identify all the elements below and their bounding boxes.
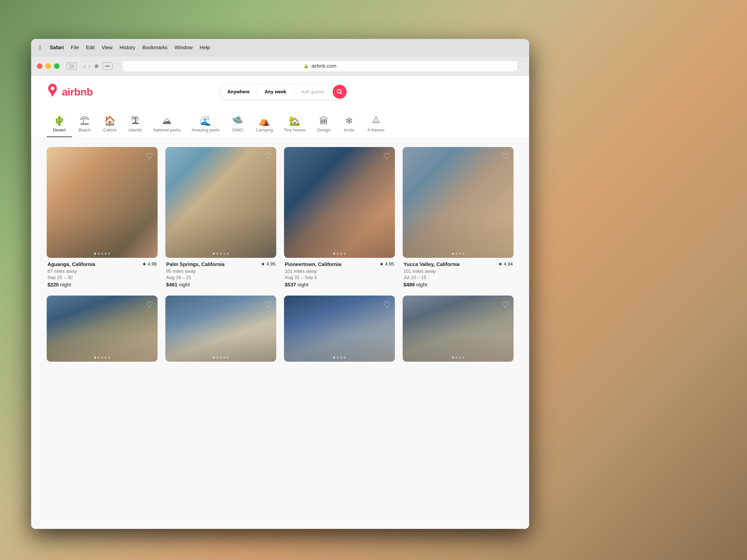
- dot: [213, 253, 215, 255]
- menubar-safari[interactable]: Safari: [50, 45, 64, 51]
- anywhere-segment[interactable]: Anywhere: [220, 84, 257, 99]
- listing-card-3[interactable]: ♡ Pioneertown, California ★: [284, 147, 395, 288]
- wishlist-button-6[interactable]: ♡: [264, 300, 272, 310]
- image-dots-4: [452, 253, 464, 255]
- dot: [227, 253, 229, 255]
- category-tiny-homes[interactable]: 🏡 Tiny homes: [278, 112, 311, 137]
- menubar-history[interactable]: History: [120, 45, 135, 51]
- listing-image-2: ♡: [165, 147, 276, 258]
- listing-title-row-4: Yucca Valley, California ★ 4.94: [404, 261, 513, 267]
- star-icon-3: ★: [380, 261, 384, 267]
- add-guests-label: Add guests: [301, 89, 325, 95]
- more-options-button[interactable]: •••: [103, 62, 113, 70]
- category-cabins[interactable]: 🏠 Cabins: [97, 112, 123, 137]
- dot: [337, 356, 339, 358]
- listing-card-5[interactable]: ♡: [47, 296, 158, 365]
- listings-grid: ♡ Aguanga, California: [47, 147, 514, 365]
- price-amount-2: $461: [166, 282, 177, 288]
- add-guests-segment[interactable]: Add guests: [294, 84, 332, 99]
- back-button[interactable]: ‹: [84, 63, 85, 70]
- category-beach[interactable]: ⛱ Beach: [72, 112, 97, 137]
- forward-button[interactable]: ›: [88, 63, 90, 70]
- menubar-file[interactable]: File: [71, 45, 79, 51]
- svg-line-5: [340, 92, 342, 94]
- listing-location-4: Yucca Valley, California: [404, 261, 460, 267]
- address-bar[interactable]: 🔒 airbnb.com: [122, 60, 517, 72]
- dot: [340, 356, 342, 358]
- minimize-button[interactable]: [46, 63, 51, 69]
- listing-card-1[interactable]: ♡ Aguanga, California: [47, 147, 158, 288]
- listing-image-1: ♡: [47, 147, 158, 258]
- omg-icon: 🛸: [232, 116, 243, 126]
- category-omg-label: OMG!: [232, 128, 243, 133]
- listing-card-4[interactable]: ♡ Yucca Valley, California ★: [403, 147, 514, 288]
- url-text: airbnb.com: [311, 63, 337, 69]
- listing-image-4: ♡: [403, 147, 514, 258]
- category-camping[interactable]: ⛺ Camping: [250, 112, 278, 137]
- listing-card-7[interactable]: ♡: [284, 296, 395, 365]
- national-parks-icon: ⛰: [162, 116, 172, 126]
- menubar-edit[interactable]: Edit: [86, 45, 95, 51]
- category-camping-label: Camping: [256, 128, 273, 133]
- category-amazing-pools-label: Amazing pools: [191, 128, 220, 133]
- category-amazing-pools[interactable]: 🌊 Amazing pools: [186, 112, 225, 137]
- maximize-button[interactable]: [54, 63, 59, 69]
- search-bar[interactable]: Anywhere Any week Add guests: [220, 84, 348, 100]
- wishlist-button-3[interactable]: ♡: [383, 151, 391, 161]
- star-icon-2: ★: [261, 261, 265, 267]
- dot: [101, 356, 103, 358]
- dot: [337, 253, 339, 255]
- dot: [213, 356, 215, 358]
- sidebar-toggle-button[interactable]: [67, 62, 77, 70]
- listing-card-8[interactable]: ♡: [403, 296, 514, 365]
- category-beach-label: Beach: [79, 128, 91, 133]
- arctic-icon: ❄: [345, 116, 353, 126]
- dot: [227, 356, 229, 358]
- menubar-help[interactable]: Help: [200, 45, 210, 51]
- search-button[interactable]: [333, 85, 347, 99]
- airbnb-logo[interactable]: airbnb: [47, 84, 93, 100]
- category-desert[interactable]: 🌵 Desert: [47, 112, 72, 137]
- beach-icon: ⛱: [80, 116, 89, 126]
- dot: [105, 356, 107, 358]
- wishlist-button-1[interactable]: ♡: [146, 151, 153, 161]
- listing-location-2: Palm Springs, California: [166, 261, 225, 267]
- dot: [344, 356, 346, 358]
- category-omg[interactable]: 🛸 OMG!: [225, 112, 250, 137]
- islands-icon: 🏝: [131, 116, 140, 126]
- dot: [462, 253, 464, 255]
- category-islands[interactable]: 🏝 Islands: [123, 112, 148, 137]
- menubar-window[interactable]: Window: [175, 45, 192, 51]
- listing-dates-2: Aug 16 – 21: [166, 275, 276, 280]
- safari-toolbar: ‹ › ⊕ ••• 🔒 airbnb.com: [31, 56, 529, 76]
- listing-rating-4: ★ 4.94: [498, 261, 513, 267]
- category-design[interactable]: 🏛 Design: [311, 112, 337, 137]
- category-nav: 🌵 Desert ⛱ Beach 🏠 Cabins 🏝 Islands ⛰: [47, 108, 514, 137]
- menubar-view[interactable]: View: [102, 45, 113, 51]
- category-arctic[interactable]: ❄ Arctic: [337, 112, 362, 137]
- dot: [98, 356, 100, 358]
- any-week-segment[interactable]: Any week: [257, 84, 294, 99]
- wishlist-button-5[interactable]: ♡: [146, 300, 153, 310]
- dot: [459, 356, 461, 358]
- header-top-row: airbnb Anywhere Any week Add guests: [47, 84, 514, 100]
- listing-image-8: ♡: [403, 296, 514, 362]
- listing-card-6[interactable]: ♡: [165, 296, 276, 365]
- listing-card-2[interactable]: ♡ Palm Springs, California: [165, 147, 276, 288]
- wishlist-button-8[interactable]: ♡: [502, 300, 509, 310]
- wishlist-button-7[interactable]: ♡: [383, 300, 391, 310]
- listing-price-2: $461 night: [166, 282, 276, 288]
- close-button[interactable]: [37, 63, 43, 69]
- wishlist-button-2[interactable]: ♡: [264, 151, 272, 161]
- night-label-2: night: [179, 282, 190, 288]
- mac-menubar:  Safari File Edit View History Bookmark…: [31, 39, 529, 56]
- category-a-frames[interactable]: A-frames: [362, 112, 390, 137]
- menubar-bookmarks[interactable]: Bookmarks: [142, 45, 168, 51]
- listing-info-3: Pioneertown, California ★ 4.95 101 miles…: [284, 261, 395, 288]
- category-national-parks[interactable]: ⛰ National parks: [148, 112, 186, 137]
- wishlist-button-4[interactable]: ♡: [502, 151, 509, 161]
- category-cabins-label: Cabins: [103, 128, 117, 133]
- image-dots-6: [213, 356, 229, 358]
- desert-icon: 🌵: [53, 116, 65, 126]
- dot: [223, 253, 225, 255]
